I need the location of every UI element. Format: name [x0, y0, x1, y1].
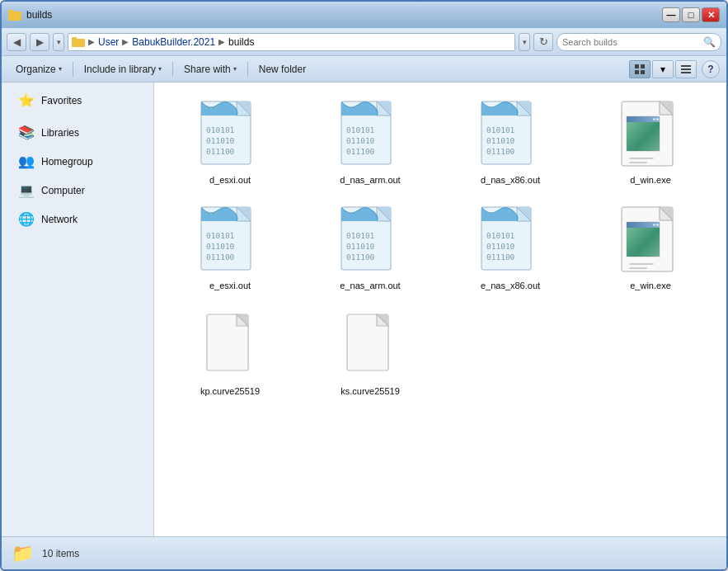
svg-rect-3 [72, 37, 77, 40]
svg-text:011010: 011010 [206, 136, 235, 145]
file-icon: 010101 011010 011100 [197, 97, 263, 172]
svg-text:010101: 010101 [486, 125, 515, 134]
file-icon: 010101 011010 011100 [337, 97, 403, 172]
svg-rect-36 [656, 119, 659, 120]
sidebar-item-network[interactable]: 🌐 Network [2, 208, 153, 230]
sidebar-item-homegroup[interactable]: 👥 Homegroup [2, 150, 153, 172]
file-name: d_esxi.out [209, 175, 251, 185]
file-item[interactable]: ks.curve25519 [304, 304, 436, 401]
sidebar-network-label: Network [41, 214, 77, 225]
file-item[interactable]: d_win.exe [585, 92, 716, 190]
view-controls: ▾ ? [629, 60, 720, 78]
svg-rect-10 [681, 72, 691, 73]
file-icon [197, 309, 263, 383]
breadcrumb-builder[interactable]: BabukBuilder.2021 [132, 36, 215, 48]
svg-rect-0 [8, 12, 21, 21]
minimize-button[interactable]: — [662, 7, 680, 22]
libraries-icon: 📚 [18, 125, 35, 140]
sidebar-favorites-label: Favorites [41, 95, 82, 106]
search-input[interactable] [562, 37, 700, 47]
file-item[interactable]: 010101 011010 011100 e_nas_arm.out [304, 198, 436, 295]
svg-rect-9 [681, 68, 691, 70]
svg-rect-63 [653, 224, 655, 226]
file-name: e_esxi.out [209, 281, 251, 290]
toolbar: Organize ▾ Include in library ▾ Share wi… [2, 56, 726, 83]
svg-rect-66 [629, 267, 647, 269]
file-item[interactable]: 010101 011010 011100 d_nas_arm.out [304, 92, 436, 190]
include-dropdown-arrow: ▾ [158, 65, 162, 73]
svg-rect-5 [641, 64, 645, 68]
svg-text:011100: 011100 [206, 252, 235, 262]
svg-rect-7 [641, 70, 645, 74]
breadcrumb-sep-1: ▶ [122, 37, 129, 46]
file-area: 010101 011010 011100 d_esxi.out 010101 0… [154, 83, 726, 536]
svg-rect-37 [629, 158, 654, 159]
svg-text:011010: 011010 [346, 242, 375, 251]
toolbar-separator-1 [73, 62, 73, 77]
main-area: ⭐ Favorites 📚 Libraries 👥 Homegroup 💻 Co… [2, 83, 726, 536]
file-name: d_nas_arm.out [340, 175, 400, 185]
details-icon [680, 64, 692, 75]
file-icon: 010101 011010 011100 [337, 203, 403, 277]
view-large-icons-button[interactable] [629, 60, 651, 78]
breadcrumb-user[interactable]: User [98, 36, 119, 48]
search-icon[interactable]: 🔍 [703, 36, 716, 48]
view-details-button[interactable] [675, 60, 697, 78]
file-item[interactable]: 010101 011010 011100 d_esxi.out [164, 92, 296, 190]
organize-button[interactable]: Organize ▾ [8, 59, 69, 80]
close-button[interactable]: ✕ [702, 7, 720, 22]
new-folder-button[interactable]: New folder [251, 59, 313, 80]
sidebar-homegroup-label: Homegroup [41, 156, 93, 168]
file-item[interactable]: 010101 011010 011100 d_nas_x86.out [444, 92, 576, 190]
svg-text:010101: 010101 [486, 231, 515, 240]
view-dropdown-button[interactable]: ▾ [652, 60, 674, 78]
forward-button[interactable]: ▶ [30, 33, 49, 51]
svg-text:010101: 010101 [206, 125, 235, 134]
file-item[interactable]: e_win.exe [585, 198, 716, 295]
address-dropdown-button[interactable]: ▾ [519, 33, 530, 51]
statusbar-folder-icon: 📁 [12, 543, 34, 564]
explorer-window: builds — □ ✕ ◀ ▶ ▾ ▶ User ▶ BabukBuilder… [0, 0, 728, 571]
addressbar: ◀ ▶ ▾ ▶ User ▶ BabukBuilder.2021 ▶ build… [2, 28, 726, 56]
computer-icon: 💻 [18, 182, 35, 198]
large-icons-icon [634, 64, 646, 75]
file-name: e_nas_x86.out [481, 281, 540, 290]
maximize-button[interactable]: □ [682, 7, 700, 22]
file-icon: 010101 011010 011100 [477, 203, 543, 277]
nav-dropdown-button[interactable]: ▾ [53, 33, 64, 51]
files-grid: 010101 011010 011100 d_esxi.out 010101 0… [164, 92, 716, 401]
sidebar-item-computer[interactable]: 💻 Computer [2, 179, 153, 201]
breadcrumb-bar: ▶ User ▶ BabukBuilder.2021 ▶ builds [68, 33, 515, 51]
svg-text:011010: 011010 [346, 136, 375, 145]
svg-text:010101: 010101 [346, 231, 375, 240]
file-icon: 010101 011010 011100 [477, 97, 543, 172]
refresh-button[interactable]: ↻ [533, 33, 553, 51]
breadcrumb-sep-2: ▶ [218, 37, 225, 46]
file-item[interactable]: 010101 011010 011100 e_esxi.out [164, 198, 296, 295]
help-button[interactable]: ? [702, 60, 720, 78]
svg-text:011010: 011010 [206, 242, 235, 251]
homegroup-icon: 👥 [18, 153, 35, 169]
titlebar: builds — □ ✕ [2, 2, 726, 28]
file-item[interactable]: 010101 011010 011100 e_nas_x86.out [444, 198, 576, 295]
svg-text:011100: 011100 [486, 147, 515, 156]
sidebar-libraries-label: Libraries [41, 127, 79, 139]
titlebar-buttons: — □ ✕ [662, 7, 720, 22]
toolbar-separator-2 [172, 62, 173, 77]
sidebar-item-libraries[interactable]: 📚 Libraries [2, 121, 153, 144]
svg-rect-8 [681, 65, 691, 67]
sidebar-item-favorites[interactable]: ⭐ Favorites [2, 89, 153, 111]
breadcrumb-folder-icon [72, 36, 85, 48]
back-button[interactable]: ◀ [7, 33, 26, 51]
svg-text:010101: 010101 [346, 125, 375, 134]
file-item[interactable]: kp.curve25519 [164, 304, 296, 401]
file-icon [618, 203, 683, 277]
include-library-button[interactable]: Include in library ▾ [77, 59, 169, 80]
file-name: ks.curve25519 [341, 386, 400, 396]
file-name: e_win.exe [630, 281, 671, 290]
svg-rect-35 [653, 119, 655, 120]
share-with-button[interactable]: Share with ▾ [176, 59, 244, 80]
svg-text:011100: 011100 [206, 147, 235, 156]
file-icon [337, 309, 403, 383]
toolbar-separator-3 [247, 62, 248, 77]
